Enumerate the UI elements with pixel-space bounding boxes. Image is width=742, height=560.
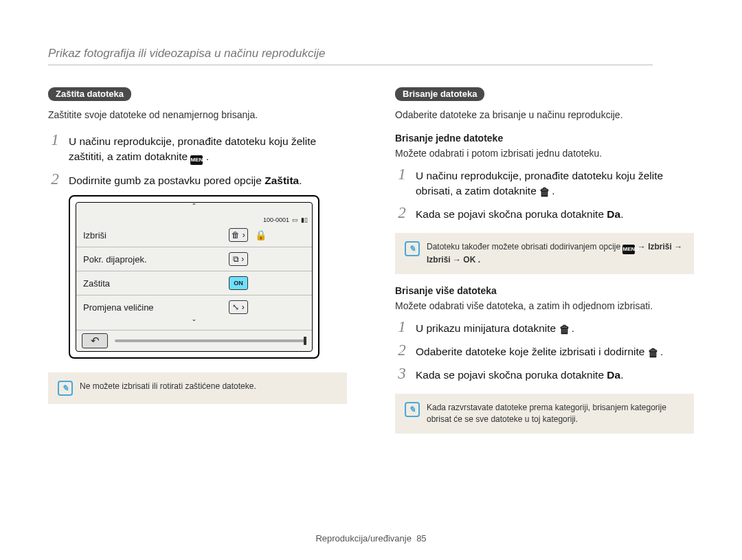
note1a: Datoteku također možete obrisati dodiriv… [427, 242, 622, 251]
step-number: 2 [48, 172, 62, 187]
step-2: 2 Odaberite datoteke koje želite izbrisa… [395, 343, 694, 359]
delete-one-heading: Brisanje jedne datoteke [395, 133, 694, 144]
step-text: Odaberite datoteke koje želite izbrisati… [416, 343, 694, 359]
step2-bold: Zaštita [265, 175, 299, 186]
trash-icon: 🗑 › [229, 228, 248, 242]
protect-steps: 1 U načinu reprodukcije, pronađite datot… [48, 133, 347, 188]
slideshow-icon: ⧉ › [229, 252, 248, 266]
battery-icon: ▮▯ [301, 216, 308, 223]
menu-row-slideshow[interactable]: Pokr. dijaprojek.⧉ › [76, 247, 312, 271]
device-screenshot: ˆ 100-0001 ▭ ▮▯ Izbriši🗑 ›🔒 Pokr. dijapr… [69, 195, 319, 359]
note-text: Datoteku također možete obrisati dodiriv… [427, 241, 684, 266]
step-number: 2 [395, 205, 409, 221]
device-menu: Izbriši🗑 ›🔒 Pokr. dijaprojek.⧉ › Zaštita… [76, 223, 312, 319]
right-column: Brisanje datoteka Odaberite datoteke za … [395, 87, 694, 445]
step-2: 2 Dodirnite gumb za postavku pored opcij… [48, 172, 347, 188]
step-1: 1 U prikazu minijatura dotaknite 🗑 . [395, 320, 694, 336]
step-text: Kada se pojavi skočna poruka dotaknite D… [416, 366, 694, 383]
da-bold: Da [607, 369, 620, 381]
step-3: 3 Kada se pojavi skočna poruka dotaknite… [395, 366, 694, 383]
manual-page: Prikaz fotografija ili videozapisa u nač… [0, 0, 742, 445]
note-delete-many: ✎ Kada razvrstavate datoteke prema kateg… [395, 394, 694, 434]
delete-many-heading: Brisanje više datoteka [395, 285, 694, 296]
step2-text: Dodirnite gumb za postavku pored opcije [69, 175, 265, 186]
lock-icon: 🔒 [255, 229, 266, 240]
note-delete-one: ✎ Datoteku također možete obrisati dodir… [395, 233, 694, 274]
toggle-on-icon: ON [229, 276, 248, 290]
delete-many-steps: 1 U prikazu minijatura dotaknite 🗑 . 2 O… [395, 320, 694, 383]
info-icon: ✎ [405, 241, 420, 256]
device-statusbar: 100-0001 ▭ ▮▯ [76, 214, 312, 223]
d1-step2: Kada se pojavi skočna poruka dotaknite [416, 208, 607, 220]
menu-icon: MENU [190, 155, 203, 165]
step-number: 2 [395, 343, 409, 358]
menu-row-resize[interactable]: Promjena veličine⤡ › [76, 295, 312, 319]
menu-row-protect[interactable]: ZaštitaON [76, 271, 312, 295]
step-text: U načinu reprodukcije, pronađite datotek… [69, 133, 347, 165]
file-number: 100-0001 [263, 216, 289, 223]
page-footer: Reprodukcija/uređivanje 85 [0, 533, 742, 544]
page-title: Prikaz fotografija ili videozapisa u nač… [48, 47, 694, 60]
menu-icon: MENU [622, 245, 635, 254]
protect-intro: Zaštitite svoje datoteke od nenamjernog … [48, 109, 347, 120]
trash-icon: 🗑 [539, 188, 549, 197]
delete-one-steps: 1 U načinu reprodukcije, pronađite datot… [395, 167, 694, 222]
caret-down-icon: ˇ [76, 319, 312, 330]
footer-page: 85 [416, 533, 426, 544]
menu-row-delete[interactable]: Izbriši🗑 › [76, 223, 255, 247]
section-badge-delete: Brisanje datoteka [395, 87, 484, 101]
scroll-slider[interactable] [115, 339, 306, 342]
note-protect: ✎ Ne možete izbrisati ili rotirati zašti… [48, 372, 347, 404]
d2-step1: U prikazu minijatura dotaknite [416, 322, 559, 334]
resize-icon: ⤡ › [229, 300, 248, 314]
step-number: 1 [395, 167, 409, 182]
info-icon: ✎ [405, 402, 420, 417]
step-text: U prikazu minijatura dotaknite 🗑 . [416, 320, 694, 336]
step-number: 1 [395, 320, 409, 335]
d2-step2: Odaberite datoteke koje želite izbrisati… [416, 346, 648, 357]
caret-up-icon: ˆ [76, 203, 312, 214]
columns: Zaštita datoteka Zaštitite svoje datotek… [48, 87, 694, 445]
step-2: 2 Kada se pojavi skočna poruka dotaknite… [395, 205, 694, 222]
device-inner: ˆ 100-0001 ▭ ▮▯ Izbriši🗑 ›🔒 Pokr. dijapr… [76, 202, 313, 352]
d2-step3: Kada se pojavi skočna poruka dotaknite [416, 369, 607, 381]
step-1: 1 U načinu reprodukcije, pronađite datot… [395, 167, 694, 199]
title-rule [48, 65, 653, 65]
left-column: Zaštita datoteka Zaštitite svoje datotek… [48, 87, 347, 445]
delete-many-sub: Možete odabrati više datoteka, a zatim i… [395, 300, 694, 311]
trash-icon: 🗑 [559, 325, 569, 335]
row-label: Zaštita [83, 278, 110, 289]
row-label: Promjena veličine [83, 302, 154, 313]
trash-icon: 🗑 [648, 348, 657, 358]
device-bottom-bar: ↶ [76, 330, 312, 351]
back-button[interactable]: ↶ [82, 333, 108, 348]
note-text: Kada razvrstavate datoteke prema kategor… [427, 402, 684, 425]
step-number: 1 [48, 133, 62, 148]
info-icon: ✎ [58, 381, 73, 396]
delete-one-sub: Možete odabrati i potom izbrisati jednu … [395, 148, 694, 159]
row-label: Pokr. dijaprojek. [83, 254, 147, 265]
section-badge-protect: Zaštita datoteka [48, 87, 131, 101]
memory-icon: ▭ [292, 216, 298, 223]
note-text: Ne možete izbrisati ili rotirati zaštiće… [80, 381, 256, 396]
step-1: 1 U načinu reprodukcije, pronađite datot… [48, 133, 347, 165]
delete-intro: Odaberite datoteke za brisanje u načinu … [395, 109, 694, 120]
row-label: Izbriši [83, 230, 106, 240]
da-bold: Da [607, 208, 620, 220]
step-number: 3 [395, 366, 409, 381]
step-text: Dodirnite gumb za postavku pored opcije … [69, 172, 347, 188]
step-text: Kada se pojavi skočna poruka dotaknite D… [416, 205, 694, 222]
footer-label: Reprodukcija/uređivanje [315, 533, 411, 544]
step-text: U načinu reprodukcije, pronađite datotek… [416, 167, 694, 199]
